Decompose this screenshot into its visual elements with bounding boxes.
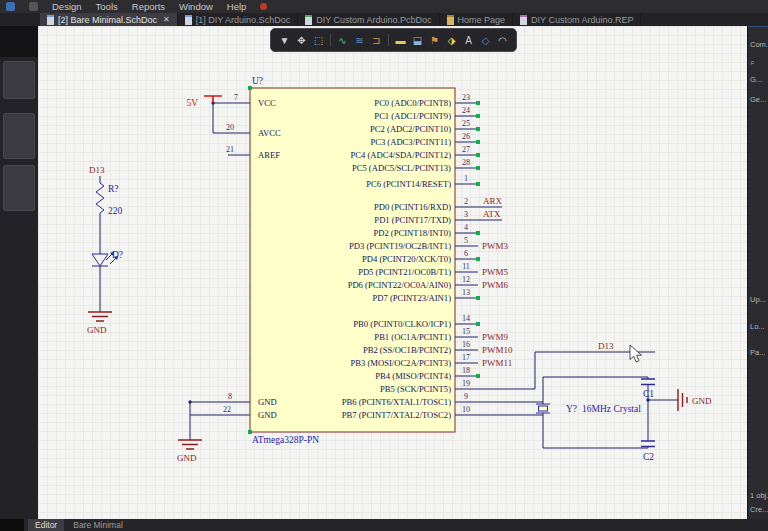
text-tool[interactable]: A (461, 33, 476, 48)
part-tool[interactable]: ▬ (393, 33, 408, 48)
power-bar-icon (204, 96, 222, 103)
menu-window[interactable]: Window (179, 1, 213, 12)
schdoc-icon (47, 15, 54, 25)
tab-bare-minimal[interactable]: [2] Bare Minimal.SchDoc ✕ (40, 13, 178, 26)
pin-number: 27 (462, 145, 470, 154)
schematic-canvas[interactable]: 5V D13 R? 220 D? GND (38, 26, 748, 519)
pin-name: PC6 (PCINT14/RESET) (366, 179, 451, 189)
net-label-atx[interactable]: ATX (483, 209, 501, 219)
pin-number: 18 (462, 366, 470, 375)
menu-tools[interactable]: Tools (96, 1, 118, 12)
pin-number: 11 (462, 262, 470, 271)
crystal-body (539, 406, 548, 411)
polygon-tool[interactable]: ◇ (478, 33, 493, 48)
bus-tool[interactable]: ≋ (352, 33, 367, 48)
panel-row-g[interactable]: G... (750, 75, 768, 84)
led-designator: D? (112, 250, 123, 260)
collapsed-panel[interactable] (3, 113, 35, 159)
net-label-d13-left[interactable]: D13 (89, 165, 105, 175)
section-parameters[interactable]: Pa... (750, 348, 768, 357)
pin-number: 14 (462, 314, 470, 323)
net-label-pwm9[interactable]: PWM9 (482, 332, 509, 342)
net-label-tool[interactable]: ⚑ (427, 33, 442, 48)
cap-designator: C1 (643, 389, 654, 399)
signal-harness-tool[interactable]: ⊐ (369, 33, 384, 48)
collapsed-panel[interactable] (3, 165, 35, 211)
power-port-5v[interactable]: 5V (186, 96, 222, 108)
pin-number: 9 (464, 392, 468, 401)
search-icon[interactable]: ⌕ (750, 57, 768, 68)
panel-footer: Cre... (750, 505, 768, 514)
pin-number: 22 (223, 405, 231, 414)
resistor-r[interactable]: R? 220 (96, 183, 123, 216)
pin-name: PC1 (ADC1/PCINT9) (374, 111, 451, 121)
net-label-d13-right[interactable]: D13 (598, 341, 614, 351)
led-d[interactable]: D? (92, 250, 123, 266)
pin-name: AREF (258, 150, 280, 160)
pin-number: 19 (462, 379, 470, 388)
tab-close-icon[interactable]: ✕ (163, 15, 170, 24)
port-tool[interactable]: ⬗ (444, 33, 459, 48)
wire-gnd-left[interactable] (190, 402, 250, 440)
menu-reports[interactable]: Reports (132, 1, 165, 12)
chip-designator: U? (252, 76, 263, 86)
net-label-text: D13 (89, 165, 105, 175)
net-label-pwm5[interactable]: PWM5 (482, 267, 509, 277)
pin-name: PB2 (SS/OC1B/PCINT2) (363, 345, 451, 355)
pin-name: PD4 (PCINT20/XCK/T0) (362, 254, 451, 264)
section-location[interactable]: Lo... (750, 322, 768, 331)
net-label-pwm11[interactable]: PWM11 (482, 358, 512, 368)
toolbar-divider (330, 34, 331, 46)
gnd-bars-icon (88, 312, 112, 321)
net-labels[interactable]: ARX ATX PWM3 PWM5 PWM6 PWM9 PWM10 PWM11 … (482, 196, 614, 368)
tab-home-page[interactable]: Home Page (440, 13, 514, 26)
properties-panel: Prop... Com... ⌕ G... Ge... Up... Lo... … (747, 13, 768, 519)
net-label-pwm10[interactable]: PWM10 (482, 345, 513, 355)
section-general[interactable]: Ge... (750, 95, 768, 104)
collapsed-panel[interactable] (3, 61, 35, 99)
toolbar-divider (388, 34, 389, 46)
app-icon[interactable] (6, 2, 15, 11)
wire-tool[interactable]: ∿ (335, 33, 350, 48)
menu-help[interactable]: Help (227, 1, 247, 12)
pin-number: 26 (462, 132, 470, 141)
panel-row-update[interactable]: Up... (750, 295, 768, 304)
component-atmega328p[interactable]: U? ATmega328P-PN VCC AVCC AREF GND GND 7… (223, 76, 478, 445)
editor-tab[interactable]: Editor (28, 519, 64, 531)
gnd-symbol-crystal[interactable]: GND (678, 389, 712, 411)
tab-diy-arduino-pcb[interactable]: DIY Custom Arduino.PcbDoc (298, 13, 439, 26)
power-label: 5V (186, 98, 198, 108)
tab-report[interactable]: DIY Custom Arduino.REP (513, 13, 641, 26)
components-dropdown[interactable]: Com... (750, 40, 768, 49)
filter-tool[interactable]: ▼ (277, 33, 292, 48)
pin-name: PD7 (PCINT23/AIN1) (372, 293, 451, 303)
component-crystal[interactable]: Y? 16MHz Crystal (536, 404, 641, 414)
wire-crystal[interactable] (478, 377, 678, 448)
menu-design[interactable]: Design (52, 1, 82, 12)
pin-name: PB7 (PCINT7/XTAL2/TOSC2) (342, 410, 451, 420)
pin-number: 24 (462, 106, 470, 115)
gnd-bars-icon (178, 440, 202, 449)
gnd-symbol-chip[interactable]: GND (177, 440, 202, 463)
net-label-arx[interactable]: ARX (483, 196, 503, 206)
select-tool[interactable]: ⬚ (311, 33, 326, 48)
window-icon[interactable] (29, 2, 38, 11)
objects-count: 1 obj... (750, 491, 768, 500)
pin-name: PB5 (SCK/PCINT5) (380, 384, 451, 394)
sheet-symbol-tool[interactable]: ⬓ (410, 33, 425, 48)
status-bar: Editor Bare Minimal (0, 519, 768, 531)
pin-name: PC3 (ADC3/PCINT11) (370, 137, 451, 147)
component-c2[interactable]: C2 (641, 441, 655, 462)
arc-tool[interactable]: ◠ (495, 33, 510, 48)
pin-number: 8 (228, 392, 232, 401)
component-c1[interactable]: C1 (641, 379, 655, 399)
schematic-drawing[interactable]: 5V D13 R? 220 D? GND (38, 26, 748, 519)
pin-number: 10 (462, 405, 470, 414)
move-tool[interactable]: ✥ (294, 33, 309, 48)
tab-label: [1] DIY Arduino.SchDoc (196, 15, 290, 25)
tab-label: DIY Custom Arduino.PcbDoc (316, 15, 431, 25)
net-label-pwm3[interactable]: PWM3 (482, 241, 509, 251)
net-label-pwm6[interactable]: PWM6 (482, 280, 509, 290)
gnd-symbol-led[interactable]: GND (87, 312, 112, 335)
tab-diy-arduino-sch[interactable]: [1] DIY Arduino.SchDoc (178, 13, 298, 26)
